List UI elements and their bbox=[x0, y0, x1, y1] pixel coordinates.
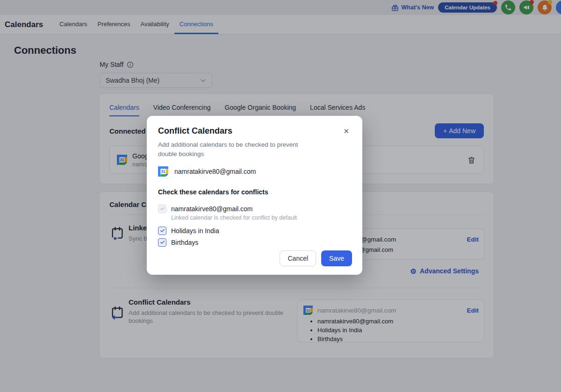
conflict-checkbox-row: Holidays in India bbox=[158, 227, 351, 235]
modal-linked-account: 31 namratakirve80@gmail.com bbox=[158, 166, 351, 177]
checkbox-label: namratakirve80@gmail.com bbox=[171, 205, 253, 213]
checkbox-label: Birthdays bbox=[171, 239, 198, 246]
check-icon bbox=[160, 228, 165, 233]
check-icon bbox=[160, 206, 165, 211]
checkbox-note: Linked calendar is checked for conflict … bbox=[171, 214, 351, 221]
save-button[interactable]: Save bbox=[321, 250, 352, 266]
checkbox-birthdays[interactable] bbox=[158, 238, 166, 247]
check-icon bbox=[160, 240, 165, 245]
conflict-calendars-modal: Conflict Calendars ✕ Add additional cale… bbox=[147, 116, 362, 275]
modal-section-heading: Check these calendars for conflicts bbox=[158, 188, 351, 196]
modal-description: Add additional calendars to be checked t… bbox=[158, 140, 317, 159]
checkbox-label: Holidays in India bbox=[171, 227, 219, 235]
modal-linked-email: namratakirve80@gmail.com bbox=[174, 168, 256, 175]
svg-text:31: 31 bbox=[161, 170, 165, 174]
conflict-checkbox-row: namratakirve80@gmail.com bbox=[158, 205, 351, 213]
checkbox-holidays-in-india[interactable] bbox=[158, 227, 166, 235]
google-calendar-icon: 31 bbox=[158, 166, 168, 177]
cancel-button[interactable]: Cancel bbox=[280, 250, 316, 266]
close-icon[interactable]: ✕ bbox=[341, 126, 351, 136]
modal-title: Conflict Calendars bbox=[158, 126, 232, 136]
conflict-checkbox-row: Birthdays bbox=[158, 238, 351, 247]
checkbox-linked-calendar bbox=[158, 205, 166, 213]
